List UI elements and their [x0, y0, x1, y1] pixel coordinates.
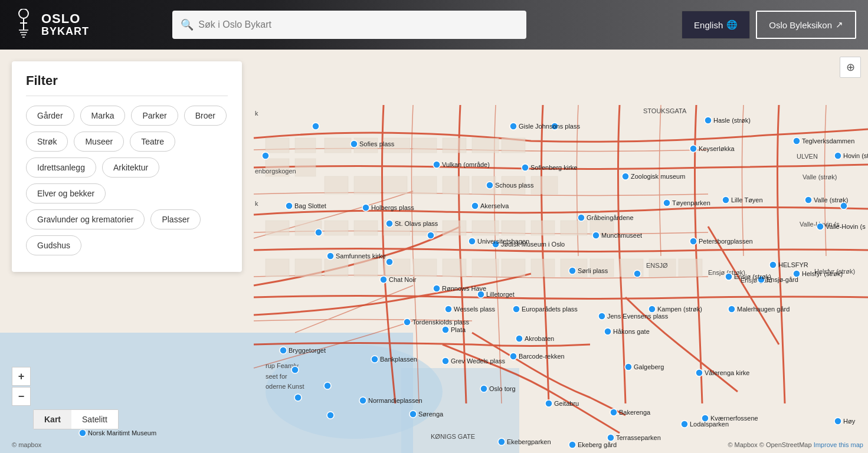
map-point-61[interactable] [817, 223, 824, 230]
logo-area[interactable]: OSLO BYKART [12, 7, 89, 42]
svg-point-0 [19, 9, 28, 18]
map-point-51[interactable] [545, 400, 552, 407]
map-point-54[interactable] [681, 421, 688, 428]
zoom-in-button[interactable]: + [12, 367, 31, 386]
map-point-0[interactable] [510, 123, 517, 130]
map-point-16[interactable] [362, 204, 369, 211]
map-label-26: Petersborgplassen [699, 238, 753, 245]
svg-rect-47 [443, 259, 466, 277]
map-point-20[interactable] [386, 220, 393, 227]
filter-tag-idrettsanlegg[interactable]: Idrettsanlegg [26, 157, 96, 178]
map-point-41[interactable] [516, 335, 523, 342]
map-point-69[interactable] [327, 412, 334, 419]
map-point-58[interactable] [79, 429, 86, 436]
map-label-5: Hovin (strøk) [843, 152, 868, 159]
oslo-icon [12, 7, 35, 42]
map-point-32[interactable] [569, 267, 576, 274]
svg-rect-48 [472, 259, 499, 277]
map-point-13[interactable] [663, 199, 670, 206]
filter-tag-arkitektur[interactable]: Arkitektur [102, 157, 159, 178]
map-point-18[interactable] [471, 202, 479, 209]
filter-tag-strok[interactable]: Strøk [26, 132, 68, 152]
map-point-48[interactable] [625, 363, 632, 370]
map-container[interactable]: k k enborgskogen STOUKSGATA ENSJØ Valle-… [0, 50, 868, 453]
map-point-8[interactable] [351, 140, 358, 147]
map-point-59[interactable] [607, 434, 614, 441]
map-point-37[interactable] [648, 306, 656, 313]
map-point-27[interactable] [327, 252, 334, 260]
map-point-9[interactable] [433, 161, 440, 168]
map-label-32: Sørli plass [578, 267, 608, 274]
svg-text:oderne Kunst: oderne Kunst [266, 383, 304, 390]
map-point-34[interactable] [445, 306, 452, 313]
map-point-2[interactable] [705, 117, 712, 124]
svg-rect-31 [325, 221, 348, 235]
map-point-30[interactable] [433, 285, 440, 292]
map-point-35[interactable] [513, 306, 520, 313]
map-point-12[interactable] [622, 173, 629, 180]
map-point-14[interactable] [722, 196, 729, 203]
map-point-38[interactable] [728, 306, 735, 313]
map-point-40[interactable] [442, 326, 449, 333]
map-point-17[interactable] [286, 202, 293, 209]
search-wrapper: 🔍 [172, 11, 526, 39]
map-label-35: Europarådets plass [522, 306, 578, 313]
map-point-39[interactable] [404, 319, 411, 326]
map-point-22[interactable] [427, 232, 434, 239]
map-point-23[interactable] [469, 238, 476, 245]
map-point-42[interactable] [604, 328, 611, 335]
search-input[interactable] [172, 11, 526, 39]
map-point-15[interactable] [805, 196, 812, 203]
filter-tag-marka[interactable]: Marka [80, 106, 126, 126]
filter-tag-gudshus[interactable]: Gudshus [26, 235, 81, 255]
map-point-11[interactable] [486, 182, 493, 189]
map-point-68[interactable] [294, 394, 302, 401]
map-point-67[interactable] [324, 382, 331, 389]
map-point-43[interactable] [696, 369, 703, 376]
map-type-kart-button[interactable]: Kart [34, 410, 71, 429]
map-point-49[interactable] [359, 397, 366, 404]
map-point-47[interactable] [510, 353, 517, 360]
map-point-29[interactable] [380, 276, 387, 283]
map-point-33[interactable] [634, 270, 641, 277]
map-point-64[interactable] [725, 273, 732, 280]
map-point-6[interactable] [312, 123, 319, 130]
map-point-10[interactable] [522, 164, 529, 171]
map-point-7[interactable] [262, 152, 269, 159]
map-point-3[interactable] [690, 145, 697, 152]
map-point-44[interactable] [280, 347, 287, 354]
map-point-26[interactable] [690, 238, 697, 245]
map-point-45[interactable] [371, 356, 378, 363]
map-point-19[interactable] [578, 214, 585, 221]
map-point-50[interactable] [480, 385, 487, 392]
map-point-70[interactable] [410, 411, 417, 418]
map-point-52[interactable] [610, 409, 617, 416]
improve-map-link[interactable]: Improve this map [814, 441, 863, 448]
map-point-66[interactable] [291, 366, 299, 373]
filter-tag-parker[interactable]: Parker [131, 106, 178, 126]
map-point-56[interactable] [569, 441, 576, 448]
filter-tag-elver-og-bekker[interactable]: Elver og bekker [26, 183, 106, 203]
english-button[interactable]: English 🌐 [682, 11, 750, 39]
map-type-toggle: Kart Satelitt [33, 409, 119, 429]
filter-tag-broer[interactable]: Broer [184, 106, 227, 126]
filter-tag-museer[interactable]: Museer [74, 132, 124, 152]
filter-tag-garder[interactable]: Gårder [26, 106, 74, 126]
filter-tag-plasser[interactable]: Plasser [150, 209, 201, 229]
map-point-65[interactable] [769, 261, 777, 268]
map-type-satelitt-button[interactable]: Satelitt [71, 410, 118, 429]
map-point-25[interactable] [592, 232, 600, 239]
map-point-5[interactable] [834, 152, 841, 159]
map-point-4[interactable] [793, 137, 800, 145]
zoom-out-button[interactable]: − [12, 387, 31, 406]
filter-tag-teatre[interactable]: Teatre [130, 132, 175, 152]
map-point-28[interactable] [386, 258, 393, 265]
map-point-55[interactable] [498, 438, 505, 445]
map-point-36[interactable] [598, 313, 605, 320]
byleksikon-button[interactable]: Oslo Byleksikon ↗ [756, 11, 856, 39]
filter-tag-gravlunder[interactable]: Gravlunder og krematorier [26, 209, 145, 229]
map-point-71[interactable] [834, 418, 841, 425]
map-point-46[interactable] [442, 357, 449, 365]
map-point-21[interactable] [315, 229, 322, 236]
location-button[interactable]: ⊕ [840, 57, 861, 78]
